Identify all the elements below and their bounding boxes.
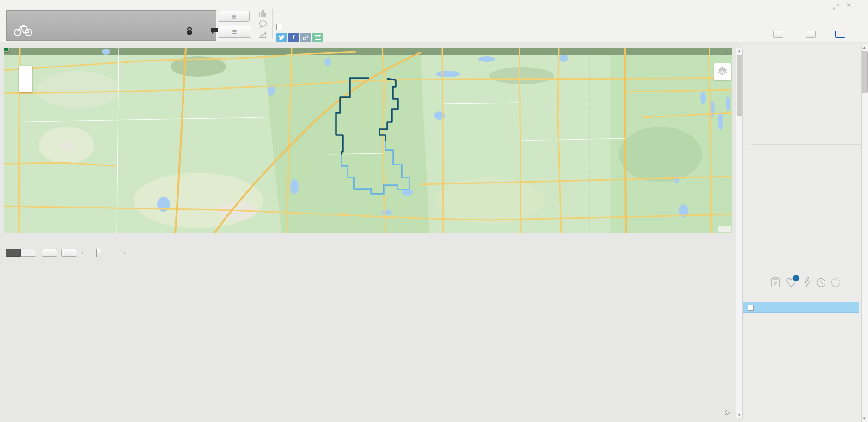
zoom-button[interactable] bbox=[42, 249, 57, 257]
cut-button[interactable] bbox=[61, 249, 77, 257]
time-mode-button[interactable] bbox=[6, 249, 21, 257]
zoom-out-button[interactable] bbox=[19, 79, 32, 92]
lap-tools bbox=[771, 277, 845, 290]
divider bbox=[207, 25, 207, 36]
scrollbar-thumb[interactable] bbox=[737, 55, 742, 116]
close-window-icon[interactable]: ✕ bbox=[846, 1, 852, 9]
notes-icon[interactable] bbox=[771, 277, 780, 288]
heart-badge bbox=[793, 275, 799, 281]
header: ▤ ☰ f ✕ bbox=[0, 0, 868, 42]
speech-bubble-icon[interactable] bbox=[259, 20, 267, 28]
workout-summary-box[interactable] bbox=[6, 10, 216, 41]
date-line bbox=[6, 2, 14, 8]
clock-icon[interactable] bbox=[816, 278, 826, 287]
divider bbox=[256, 9, 256, 39]
workout-totals bbox=[36, 23, 50, 34]
selection-panel bbox=[743, 44, 868, 422]
bike-icon bbox=[13, 23, 33, 37]
start-marker[interactable] bbox=[4, 48, 9, 52]
page-scrollbar[interactable]: ▲ ▼ bbox=[861, 44, 868, 422]
scroll-down-arrow[interactable]: ▼ bbox=[737, 413, 741, 417]
panel-scrollbar[interactable]: ▲ ▼ bbox=[736, 48, 743, 418]
cancel-button[interactable] bbox=[773, 31, 783, 38]
scroll-down-arrow[interactable]: ▼ bbox=[862, 416, 866, 421]
email-share-button[interactable] bbox=[312, 33, 323, 42]
workout-detail-window: ▤ ☰ f ✕ bbox=[0, 0, 868, 422]
link-share-button[interactable] bbox=[300, 33, 311, 42]
lightning-icon[interactable] bbox=[803, 277, 811, 288]
zoom-in-button[interactable] bbox=[19, 66, 32, 79]
divider bbox=[272, 9, 273, 39]
scroll-up-arrow[interactable]: ▲ bbox=[862, 45, 866, 49]
lap-row-selection[interactable] bbox=[743, 302, 859, 313]
map-zoom-control[interactable] bbox=[19, 66, 32, 92]
facebook-share-button[interactable]: f bbox=[288, 33, 299, 42]
files-button[interactable]: ▤ bbox=[218, 11, 250, 22]
zoom-slider-track[interactable] bbox=[82, 252, 125, 254]
lap-checkbox[interactable] bbox=[748, 305, 754, 311]
kettlebell-icon bbox=[185, 26, 194, 36]
twitter-share-button[interactable] bbox=[276, 33, 287, 42]
save-close-button[interactable] bbox=[835, 31, 845, 38]
summary-button[interactable]: ☰ bbox=[218, 26, 251, 38]
area-chart-icon[interactable] bbox=[259, 31, 267, 39]
dashed-circle-icon[interactable] bbox=[831, 278, 841, 287]
map-close-icon[interactable]: ✕ bbox=[723, 49, 729, 57]
map-layers-button[interactable] bbox=[714, 63, 731, 80]
public-checkbox[interactable] bbox=[276, 24, 282, 30]
save-button[interactable] bbox=[806, 31, 816, 38]
expand-icon[interactable] bbox=[833, 4, 839, 10]
bar-chart-icon[interactable] bbox=[259, 9, 267, 18]
zoom-slider-handle[interactable] bbox=[96, 249, 101, 257]
dist-mode-button[interactable] bbox=[21, 249, 36, 257]
panel-title bbox=[743, 44, 868, 49]
map-attribution bbox=[718, 226, 731, 232]
scrollbar-thumb[interactable] bbox=[862, 51, 868, 93]
resize-handle[interactable] bbox=[725, 410, 730, 415]
map-terrain bbox=[4, 48, 732, 233]
route-map[interactable]: ✕ bbox=[4, 48, 732, 233]
workout-graph[interactable] bbox=[39, 263, 685, 409]
scroll-up-arrow[interactable]: ▲ bbox=[737, 49, 741, 53]
